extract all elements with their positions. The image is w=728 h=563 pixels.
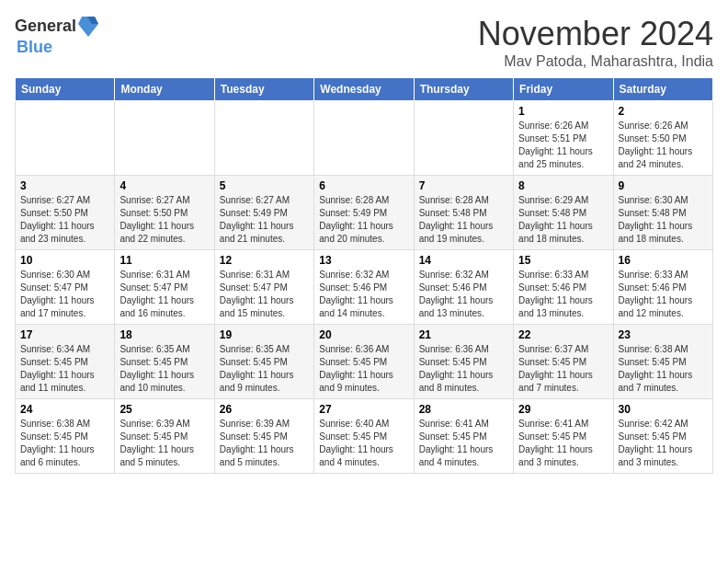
day-info: Sunrise: 6:39 AM Sunset: 5:45 PM Dayligh… xyxy=(119,418,209,469)
day-info: Sunrise: 6:31 AM Sunset: 5:47 PM Dayligh… xyxy=(119,269,209,320)
calendar-cell: 29Sunrise: 6:41 AM Sunset: 5:45 PM Dayli… xyxy=(514,399,613,474)
weekday-header-monday: Monday xyxy=(115,78,214,101)
day-number: 15 xyxy=(518,254,608,267)
day-info: Sunrise: 6:26 AM Sunset: 5:50 PM Dayligh… xyxy=(619,120,708,171)
day-info: Sunrise: 6:27 AM Sunset: 5:49 PM Dayligh… xyxy=(220,194,309,246)
day-info: Sunrise: 6:27 AM Sunset: 5:50 PM Dayligh… xyxy=(20,194,109,246)
day-number: 6 xyxy=(319,179,408,192)
day-number: 13 xyxy=(319,254,408,267)
month-title: November 2024 xyxy=(478,15,713,53)
day-info: Sunrise: 6:26 AM Sunset: 5:51 PM Dayligh… xyxy=(518,120,608,171)
day-number: 1 xyxy=(518,105,608,118)
day-number: 14 xyxy=(419,254,508,267)
day-number: 11 xyxy=(119,254,209,267)
day-number: 10 xyxy=(20,254,109,267)
calendar-week-row: 1Sunrise: 6:26 AM Sunset: 5:51 PM Daylig… xyxy=(16,101,713,176)
logo-text: General Blue xyxy=(15,15,98,57)
day-info: Sunrise: 6:38 AM Sunset: 5:45 PM Dayligh… xyxy=(619,343,708,395)
calendar-cell: 14Sunrise: 6:32 AM Sunset: 5:46 PM Dayli… xyxy=(414,250,513,325)
day-number: 26 xyxy=(220,403,309,416)
calendar-cell: 9Sunrise: 6:30 AM Sunset: 5:48 PM Daylig… xyxy=(613,176,712,250)
day-info: Sunrise: 6:41 AM Sunset: 5:45 PM Dayligh… xyxy=(419,418,508,469)
calendar-cell: 23Sunrise: 6:38 AM Sunset: 5:45 PM Dayli… xyxy=(613,325,712,399)
weekday-header-wednesday: Wednesday xyxy=(314,78,414,101)
weekday-header-row: SundayMondayTuesdayWednesdayThursdayFrid… xyxy=(16,78,713,101)
day-number: 9 xyxy=(619,179,708,192)
day-info: Sunrise: 6:32 AM Sunset: 5:46 PM Dayligh… xyxy=(319,269,408,320)
location-title: Mav Patoda, Maharashtra, India xyxy=(478,53,713,70)
calendar-cell xyxy=(115,101,214,176)
title-block: November 2024 Mav Patoda, Maharashtra, I… xyxy=(478,15,713,70)
day-number: 8 xyxy=(518,179,608,192)
calendar-cell: 15Sunrise: 6:33 AM Sunset: 5:46 PM Dayli… xyxy=(514,250,613,325)
calendar-cell: 2Sunrise: 6:26 AM Sunset: 5:50 PM Daylig… xyxy=(613,101,712,176)
calendar-cell: 18Sunrise: 6:35 AM Sunset: 5:45 PM Dayli… xyxy=(115,325,214,399)
day-info: Sunrise: 6:36 AM Sunset: 5:45 PM Dayligh… xyxy=(319,343,408,395)
calendar-week-row: 17Sunrise: 6:34 AM Sunset: 5:45 PM Dayli… xyxy=(16,325,713,399)
calendar-week-row: 10Sunrise: 6:30 AM Sunset: 5:47 PM Dayli… xyxy=(16,250,713,325)
day-number: 7 xyxy=(419,179,508,192)
logo: General Blue xyxy=(15,15,98,57)
calendar-cell: 27Sunrise: 6:40 AM Sunset: 5:45 PM Dayli… xyxy=(314,399,414,474)
calendar-cell: 22Sunrise: 6:37 AM Sunset: 5:45 PM Dayli… xyxy=(514,325,613,399)
calendar-cell: 11Sunrise: 6:31 AM Sunset: 5:47 PM Dayli… xyxy=(115,250,214,325)
day-info: Sunrise: 6:32 AM Sunset: 5:46 PM Dayligh… xyxy=(419,269,508,320)
day-number: 29 xyxy=(518,403,608,416)
day-info: Sunrise: 6:28 AM Sunset: 5:48 PM Dayligh… xyxy=(419,194,508,246)
day-number: 22 xyxy=(518,328,608,341)
day-info: Sunrise: 6:28 AM Sunset: 5:49 PM Dayligh… xyxy=(319,194,408,246)
day-number: 17 xyxy=(20,328,109,341)
calendar-week-row: 24Sunrise: 6:38 AM Sunset: 5:45 PM Dayli… xyxy=(16,399,713,474)
day-info: Sunrise: 6:41 AM Sunset: 5:45 PM Dayligh… xyxy=(518,418,608,469)
day-number: 23 xyxy=(619,328,708,341)
day-info: Sunrise: 6:35 AM Sunset: 5:45 PM Dayligh… xyxy=(220,343,309,395)
day-number: 3 xyxy=(20,179,109,192)
day-info: Sunrise: 6:33 AM Sunset: 5:46 PM Dayligh… xyxy=(619,269,708,320)
day-info: Sunrise: 6:40 AM Sunset: 5:45 PM Dayligh… xyxy=(319,418,408,469)
calendar-cell xyxy=(214,101,313,176)
calendar-cell: 30Sunrise: 6:42 AM Sunset: 5:45 PM Dayli… xyxy=(613,399,712,474)
day-number: 16 xyxy=(619,254,708,267)
calendar-cell: 4Sunrise: 6:27 AM Sunset: 5:50 PM Daylig… xyxy=(115,176,214,250)
day-number: 20 xyxy=(319,328,408,341)
weekday-header-saturday: Saturday xyxy=(613,78,712,101)
day-number: 30 xyxy=(619,403,708,416)
page-header: General Blue November 2024 Mav Patoda, M… xyxy=(15,15,713,70)
calendar-cell: 6Sunrise: 6:28 AM Sunset: 5:49 PM Daylig… xyxy=(314,176,414,250)
weekday-header-sunday: Sunday xyxy=(16,78,115,101)
calendar-cell: 7Sunrise: 6:28 AM Sunset: 5:48 PM Daylig… xyxy=(414,176,513,250)
day-number: 12 xyxy=(220,254,309,267)
calendar-table: SundayMondayTuesdayWednesdayThursdayFrid… xyxy=(15,77,713,474)
calendar-cell: 25Sunrise: 6:39 AM Sunset: 5:45 PM Dayli… xyxy=(115,399,214,474)
calendar-cell: 24Sunrise: 6:38 AM Sunset: 5:45 PM Dayli… xyxy=(16,399,115,474)
day-number: 19 xyxy=(220,328,309,341)
calendar-body: 1Sunrise: 6:26 AM Sunset: 5:51 PM Daylig… xyxy=(16,101,713,474)
calendar-cell: 1Sunrise: 6:26 AM Sunset: 5:51 PM Daylig… xyxy=(514,101,613,176)
day-info: Sunrise: 6:31 AM Sunset: 5:47 PM Dayligh… xyxy=(220,269,309,320)
calendar-cell: 3Sunrise: 6:27 AM Sunset: 5:50 PM Daylig… xyxy=(16,176,115,250)
day-number: 27 xyxy=(319,403,408,416)
calendar-cell: 17Sunrise: 6:34 AM Sunset: 5:45 PM Dayli… xyxy=(16,325,115,399)
day-number: 5 xyxy=(220,179,309,192)
calendar-cell xyxy=(414,101,513,176)
day-info: Sunrise: 6:38 AM Sunset: 5:45 PM Dayligh… xyxy=(20,418,109,469)
day-info: Sunrise: 6:42 AM Sunset: 5:45 PM Dayligh… xyxy=(619,418,708,469)
calendar-cell: 20Sunrise: 6:36 AM Sunset: 5:45 PM Dayli… xyxy=(314,325,414,399)
day-info: Sunrise: 6:33 AM Sunset: 5:46 PM Dayligh… xyxy=(518,269,608,320)
day-number: 21 xyxy=(419,328,508,341)
day-number: 28 xyxy=(419,403,508,416)
calendar-cell: 12Sunrise: 6:31 AM Sunset: 5:47 PM Dayli… xyxy=(214,250,313,325)
day-number: 2 xyxy=(619,105,708,118)
day-info: Sunrise: 6:34 AM Sunset: 5:45 PM Dayligh… xyxy=(20,343,109,395)
day-info: Sunrise: 6:35 AM Sunset: 5:45 PM Dayligh… xyxy=(119,343,209,395)
day-info: Sunrise: 6:30 AM Sunset: 5:48 PM Dayligh… xyxy=(619,194,708,246)
weekday-header-friday: Friday xyxy=(514,78,613,101)
day-info: Sunrise: 6:37 AM Sunset: 5:45 PM Dayligh… xyxy=(518,343,608,395)
day-number: 4 xyxy=(119,179,209,192)
calendar-cell: 5Sunrise: 6:27 AM Sunset: 5:49 PM Daylig… xyxy=(214,176,313,250)
calendar-week-row: 3Sunrise: 6:27 AM Sunset: 5:50 PM Daylig… xyxy=(16,176,713,250)
day-info: Sunrise: 6:30 AM Sunset: 5:47 PM Dayligh… xyxy=(20,269,109,320)
day-info: Sunrise: 6:39 AM Sunset: 5:45 PM Dayligh… xyxy=(220,418,309,469)
day-number: 25 xyxy=(119,403,209,416)
calendar-cell: 10Sunrise: 6:30 AM Sunset: 5:47 PM Dayli… xyxy=(16,250,115,325)
